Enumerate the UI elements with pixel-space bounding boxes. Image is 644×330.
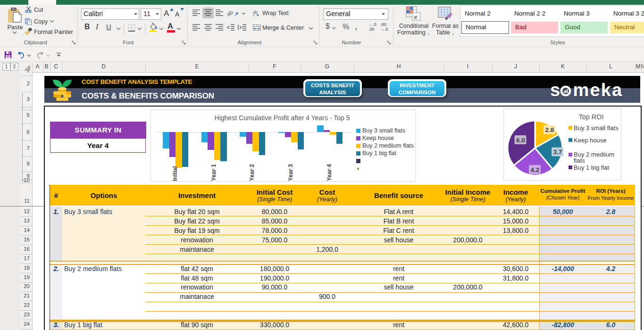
svg-text:c: c (253, 13, 255, 16)
svg-text:6.0: 6.0 (516, 137, 525, 144)
svg-text:4.2: 4.2 (531, 166, 540, 173)
svg-text:ab: ab (227, 9, 234, 17)
svg-text:3.7: 3.7 (553, 148, 562, 156)
svg-text:2.8: 2.8 (545, 126, 554, 133)
svg-text:≠: ≠ (414, 14, 417, 21)
